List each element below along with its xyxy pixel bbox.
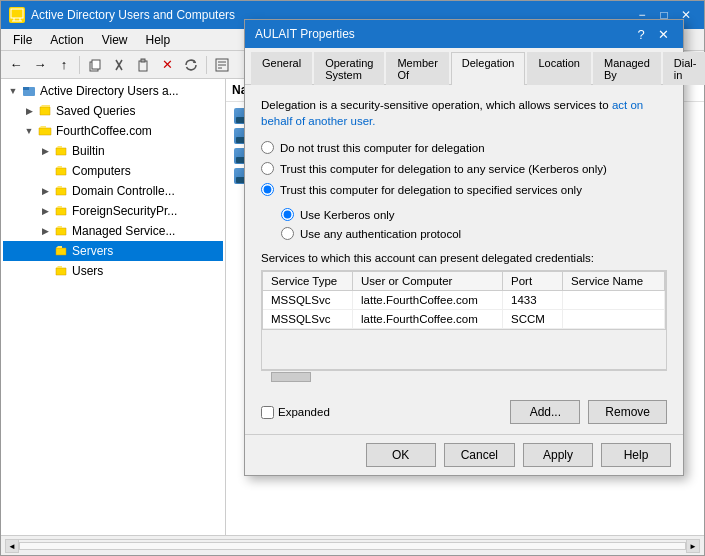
col-header-port: Port xyxy=(503,272,563,290)
sub-radio-any-auth-label: Use any authentication protocol xyxy=(300,228,461,240)
radio-specified-services[interactable]: Trust this computer for delegation to sp… xyxy=(261,183,667,196)
delegation-link[interactable]: act on behalf of another user. xyxy=(261,99,643,127)
col-header-user-computer: User or Computer xyxy=(353,272,503,290)
services-label: Services to which this account can prese… xyxy=(261,252,667,264)
radio-any-service-input[interactable] xyxy=(261,162,274,175)
app-window: Active Directory Users and Computers − □… xyxy=(0,0,705,556)
remove-button[interactable]: Remove xyxy=(588,400,667,424)
add-button[interactable]: Add... xyxy=(510,400,580,424)
tab-general[interactable]: General xyxy=(251,52,312,85)
services-table-container[interactable]: Service Type User or Computer Port Servi… xyxy=(261,270,667,370)
sub-radio-kerberos[interactable]: Use Kerberos only xyxy=(281,208,667,221)
sub-radio-kerberos-label: Use Kerberos only xyxy=(300,209,395,221)
expanded-checkbox[interactable] xyxy=(261,406,274,419)
tab-member-of[interactable]: Member Of xyxy=(386,52,448,85)
radio-any-service[interactable]: Trust this computer for delegation to an… xyxy=(261,162,667,175)
dialog-overlay: AULAIT Properties ? ✕ General Operating … xyxy=(1,1,704,555)
col-header-service-name: Service Name xyxy=(563,272,665,290)
cell-service-type-2: MSSQLSvc xyxy=(263,310,353,328)
radio-no-trust-input[interactable] xyxy=(261,141,274,154)
table-header: Service Type User or Computer Port Servi… xyxy=(263,272,665,291)
ok-button[interactable]: OK xyxy=(366,443,436,467)
tab-operating-system[interactable]: Operating System xyxy=(314,52,384,85)
radio-specified-services-label: Trust this computer for delegation to sp… xyxy=(280,184,582,196)
dialog-help-button[interactable]: ? xyxy=(631,25,651,43)
radio-no-trust-label: Do not trust this computer for delegatio… xyxy=(280,142,485,154)
cell-service-name-1 xyxy=(563,291,665,309)
dialog-title-controls: ? ✕ xyxy=(631,25,673,43)
cell-port-2: SCCM xyxy=(503,310,563,328)
radio-no-trust[interactable]: Do not trust this computer for delegatio… xyxy=(261,141,667,154)
tab-managed-by[interactable]: Managed By xyxy=(593,52,661,85)
table-row[interactable]: MSSQLSvc latte.FourthCoffee.com 1433 xyxy=(263,291,665,310)
dialog-body: Delegation is a security-sensitive opera… xyxy=(245,85,683,394)
dialog-title-text: AULAIT Properties xyxy=(255,27,355,41)
cell-service-type-1: MSSQLSvc xyxy=(263,291,353,309)
delegation-info: Delegation is a security-sensitive opera… xyxy=(261,97,667,129)
cell-user-computer-1: latte.FourthCoffee.com xyxy=(353,291,503,309)
radio-group-delegation: Do not trust this computer for delegatio… xyxy=(261,141,667,240)
cell-port-1: 1433 xyxy=(503,291,563,309)
dialog-footer: OK Cancel Apply Help xyxy=(245,434,683,475)
radio-specified-services-input[interactable] xyxy=(261,183,274,196)
apply-button[interactable]: Apply xyxy=(523,443,593,467)
table-row[interactable]: MSSQLSvc latte.FourthCoffee.com SCCM xyxy=(263,310,665,329)
sub-radio-kerberos-input[interactable] xyxy=(281,208,294,221)
dialog-title-bar: AULAIT Properties ? ✕ xyxy=(245,20,683,48)
sub-radio-any-auth[interactable]: Use any authentication protocol xyxy=(281,227,667,240)
sub-radio-group: Use Kerberos only Use any authentication… xyxy=(281,208,667,240)
table-scrollbar[interactable] xyxy=(261,370,667,382)
radio-any-service-label: Trust this computer for delegation to an… xyxy=(280,163,607,175)
col-header-service-type: Service Type xyxy=(263,272,353,290)
help-button[interactable]: Help xyxy=(601,443,671,467)
tab-dial-in[interactable]: Dial-in xyxy=(663,52,705,85)
dialog-lower: Expanded Add... Remove xyxy=(245,394,683,434)
dialog-aulait-properties: AULAIT Properties ? ✕ General Operating … xyxy=(244,19,684,476)
cell-service-name-2 xyxy=(563,310,665,328)
expanded-checkbox-label[interactable]: Expanded xyxy=(261,406,330,419)
scrollbar-thumb[interactable] xyxy=(271,372,311,382)
sub-radio-any-auth-input[interactable] xyxy=(281,227,294,240)
dialog-close-button[interactable]: ✕ xyxy=(653,25,673,43)
dialog-tabs: General Operating System Member Of Deleg… xyxy=(245,48,683,85)
cancel-button[interactable]: Cancel xyxy=(444,443,515,467)
services-table: Service Type User or Computer Port Servi… xyxy=(262,271,666,330)
cell-user-computer-2: latte.FourthCoffee.com xyxy=(353,310,503,328)
tab-location[interactable]: Location xyxy=(527,52,591,85)
expanded-label: Expanded xyxy=(278,406,330,418)
tab-delegation[interactable]: Delegation xyxy=(451,52,526,85)
